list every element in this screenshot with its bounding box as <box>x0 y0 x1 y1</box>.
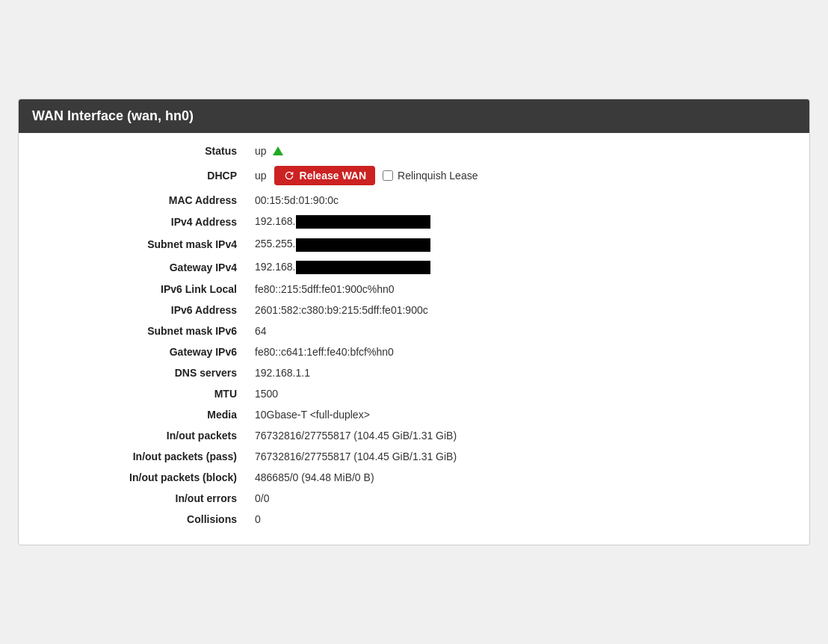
row-value: 76732816/27755817 (104.45 GiB/1.31 GiB) <box>243 446 794 467</box>
row-label: Media <box>34 404 243 425</box>
wan-interface-card: WAN Interface (wan, hn0) Statusup DHCPup… <box>18 99 810 545</box>
dhcp-status-text: up <box>255 170 267 182</box>
table-row: DHCPup Release WANRelinquish Lease <box>34 161 794 190</box>
relinquish-lease-text: Relinquish Lease <box>398 170 478 182</box>
row-label: In/out errors <box>34 488 243 509</box>
row-value: 255.255. <box>243 233 794 256</box>
refresh-icon <box>283 170 295 182</box>
row-value: 0 <box>243 509 794 530</box>
table-row: Gateway IPv4192.168. <box>34 256 794 279</box>
table-row: In/out packets (block)486685/0 (94.48 Mi… <box>34 467 794 488</box>
table-row: Subnet mask IPv664 <box>34 321 794 341</box>
table-row: MAC Address00:15:5d:01:90:0c <box>34 190 794 211</box>
row-value: fe80::215:5dff:fe01:900c%hn0 <box>243 279 794 300</box>
row-value: 192.168.1.1 <box>243 362 794 383</box>
row-value: 486685/0 (94.48 MiB/0 B) <box>243 467 794 488</box>
table-row: Collisions0 <box>34 509 794 530</box>
release-wan-button[interactable]: Release WAN <box>274 166 375 185</box>
row-label: Status <box>34 140 243 161</box>
row-label: Gateway IPv6 <box>34 341 243 362</box>
row-value: up Release WANRelinquish Lease <box>243 161 794 190</box>
partial-value: 255.255. <box>255 238 296 250</box>
row-label: Subnet mask IPv4 <box>34 233 243 256</box>
redacted-block <box>296 215 430 229</box>
table-row: IPv6 Address2601:582:c380:b9:215:5dff:fe… <box>34 300 794 321</box>
dhcp-controls: up Release WANRelinquish Lease <box>255 166 788 185</box>
table-row: In/out packets (pass)76732816/27755817 (… <box>34 446 794 467</box>
table-row: Gateway IPv6fe80::c641:1eff:fe40:bfcf%hn… <box>34 341 794 362</box>
card-title: WAN Interface (wan, hn0) <box>32 108 194 123</box>
row-label: IPv4 Address <box>34 211 243 233</box>
table-row: Media10Gbase-T <full-duplex> <box>34 404 794 425</box>
card-header: WAN Interface (wan, hn0) <box>19 99 809 133</box>
table-row: IPv6 Link Localfe80::215:5dff:fe01:900c%… <box>34 279 794 300</box>
row-value: 192.168. <box>243 256 794 279</box>
row-label: Collisions <box>34 509 243 530</box>
row-label: In/out packets (pass) <box>34 446 243 467</box>
row-value: 00:15:5d:01:90:0c <box>243 190 794 211</box>
row-value: 2601:582:c380:b9:215:5dff:fe01:900c <box>243 300 794 321</box>
row-label: In/out packets (block) <box>34 467 243 488</box>
relinquish-lease-label[interactable]: Relinquish Lease <box>383 170 478 182</box>
redacted-block <box>296 261 430 274</box>
row-value: 192.168. <box>243 211 794 233</box>
table-row: IPv4 Address192.168. <box>34 211 794 233</box>
partial-value: 192.168. <box>255 215 296 227</box>
table-row: Subnet mask IPv4255.255. <box>34 233 794 256</box>
row-value: 0/0 <box>243 488 794 509</box>
status-up-arrow-icon <box>273 146 283 155</box>
table-row: In/out packets76732816/27755817 (104.45 … <box>34 425 794 446</box>
row-label: MTU <box>34 383 243 404</box>
row-label: MAC Address <box>34 190 243 211</box>
table-row: DNS servers192.168.1.1 <box>34 362 794 383</box>
row-value: 10Gbase-T <full-duplex> <box>243 404 794 425</box>
row-label: In/out packets <box>34 425 243 446</box>
row-label: DNS servers <box>34 362 243 383</box>
row-value: 1500 <box>243 383 794 404</box>
row-value: up <box>243 140 794 161</box>
row-label: DHCP <box>34 161 243 190</box>
row-value: 64 <box>243 321 794 341</box>
card-body: Statusup DHCPup Release WANRelinquish Le… <box>19 133 809 545</box>
row-label: Subnet mask IPv6 <box>34 321 243 341</box>
release-wan-label: Release WAN <box>300 170 366 182</box>
row-value: fe80::c641:1eff:fe40:bfcf%hn0 <box>243 341 794 362</box>
relinquish-lease-checkbox[interactable] <box>383 170 393 181</box>
table-row: Statusup <box>34 140 794 161</box>
status-value: up <box>255 145 283 157</box>
row-value: 76732816/27755817 (104.45 GiB/1.31 GiB) <box>243 425 794 446</box>
row-label: IPv6 Address <box>34 300 243 321</box>
table-row: MTU1500 <box>34 383 794 404</box>
redacted-block <box>296 238 430 252</box>
row-label: Gateway IPv4 <box>34 256 243 279</box>
info-table: Statusup DHCPup Release WANRelinquish Le… <box>34 140 794 530</box>
partial-value: 192.168. <box>255 261 296 273</box>
table-row: In/out errors0/0 <box>34 488 794 509</box>
row-label: IPv6 Link Local <box>34 279 243 300</box>
